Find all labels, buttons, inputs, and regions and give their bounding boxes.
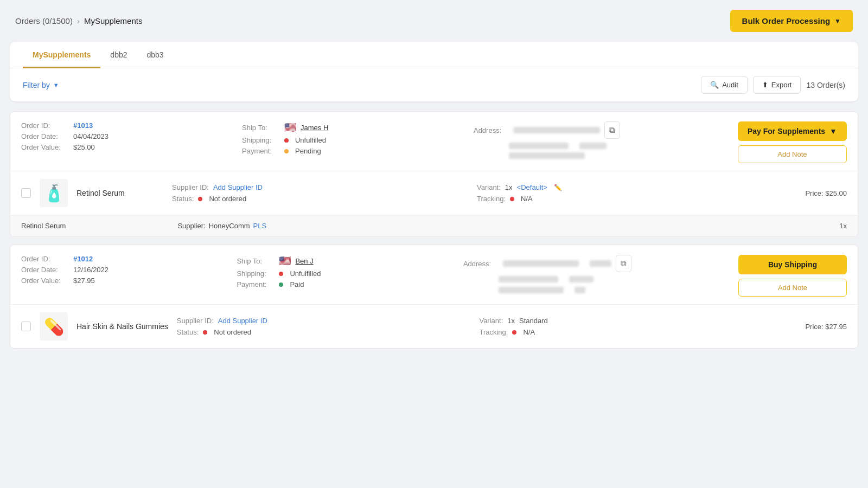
tracking-value-retinol: N/A bbox=[521, 195, 533, 203]
status-label-hairskin: Status: bbox=[177, 328, 199, 336]
tracking-dot-hairskin bbox=[512, 330, 516, 335]
product-details-hairskin: Supplier ID: Add Supplier ID Status: Not… bbox=[177, 317, 471, 336]
price-label-retinol: Price: bbox=[805, 189, 823, 197]
footer-supplier-label-1013: Supplier: bbox=[177, 222, 205, 230]
variant-label-retinol: Variant: bbox=[477, 183, 501, 191]
footer-pls-link-1013[interactable]: PLS bbox=[253, 222, 267, 230]
order-value-1013: $25.00 bbox=[73, 143, 95, 151]
product-image-retinol: 🧴 bbox=[40, 179, 68, 207]
product-emoji-hairskin: 💊 bbox=[44, 317, 64, 336]
supplier-info-1013: Retinol Serum Supplier: HoneyComm PLS bbox=[21, 222, 266, 230]
variant-value-hairskin: Standard bbox=[519, 317, 548, 325]
footer-supplier-name-1013: HoneyComm bbox=[209, 222, 250, 230]
order-meta-1012: Order ID: #1012 Order Date: 12/16/2022 O… bbox=[21, 255, 130, 285]
payment-dot-1013 bbox=[284, 149, 289, 153]
address-section-1013: Address: ⧉ bbox=[474, 121, 626, 159]
copy-address-button-1013[interactable]: ⧉ bbox=[604, 121, 620, 139]
payment-status-1013: Pending bbox=[295, 147, 321, 155]
price-label-hairskin: Price: bbox=[805, 323, 823, 331]
search-icon: 🔍 bbox=[710, 81, 719, 89]
add-note-button-1013[interactable]: Add Note bbox=[738, 145, 847, 163]
supplier-id-label-hairskin: Supplier ID: bbox=[177, 317, 214, 325]
order-id-link-1013[interactable]: #1013 bbox=[73, 121, 93, 130]
order-id-link-1012[interactable]: #1012 bbox=[73, 255, 93, 263]
tabs-bar: MySupplements dbb2 dbb3 bbox=[10, 42, 858, 68]
product-checkbox-retinol[interactable] bbox=[21, 188, 31, 198]
product-status-hairskin: Not ordered bbox=[214, 328, 251, 336]
order-value-label-1013: Order Value: bbox=[21, 143, 70, 151]
product-checkbox-hairskin[interactable] bbox=[21, 322, 31, 331]
add-supplier-id-link-retinol[interactable]: Add Supplier ID bbox=[213, 183, 263, 191]
status-label-retinol: Status: bbox=[172, 195, 194, 203]
order-date-label-1013: Order Date: bbox=[21, 132, 70, 140]
export-icon: ⬆ bbox=[762, 81, 768, 89]
order-date-1013: 04/04/2023 bbox=[73, 132, 108, 140]
filter-bar: Filter by ▼ 🔍 Audit ⬆ Export 13 Order(s) bbox=[10, 68, 858, 101]
variant-qty-retinol: 1x bbox=[505, 183, 513, 191]
address-blur-1012-5 bbox=[499, 287, 564, 293]
price-section-retinol: Price: $25.00 bbox=[782, 189, 847, 197]
address-blur-1012-6 bbox=[575, 287, 585, 293]
copy-address-button-1012[interactable]: ⧉ bbox=[616, 255, 631, 272]
address-label-1013: Address: bbox=[474, 126, 509, 134]
main-card: MySupplements dbb2 dbb3 Filter by ▼ 🔍 Au… bbox=[10, 42, 858, 101]
product-name-retinol: Retinol Serum bbox=[76, 189, 163, 197]
shipping-status-1013: Unfulfilled bbox=[295, 136, 326, 144]
address-blur-1 bbox=[513, 127, 600, 133]
address-blur-1012-2 bbox=[590, 260, 611, 267]
product-image-hairskin: 💊 bbox=[40, 312, 68, 341]
ship-name-1012[interactable]: Ben J bbox=[295, 257, 313, 265]
flag-icon-1012: 🇺🇸 bbox=[279, 255, 291, 267]
pay-for-supplements-button-1013[interactable]: Pay For Supplements ▼ bbox=[738, 121, 847, 141]
order-actions-1013: Pay For Supplements ▼ Add Note bbox=[738, 121, 847, 163]
price-value-hairskin: $27.95 bbox=[825, 323, 847, 331]
payment-dot-1012 bbox=[279, 282, 283, 287]
order-meta-1013: Order ID: #1013 Order Date: 04/04/2023 O… bbox=[21, 121, 130, 151]
product-emoji-retinol: 🧴 bbox=[44, 184, 64, 203]
pay-btn-arrow-icon: ▼ bbox=[829, 127, 837, 136]
order-value-1012: $27.95 bbox=[73, 277, 95, 285]
status-dot-retinol bbox=[198, 197, 202, 201]
address-section-1012: Address: ⧉ bbox=[463, 255, 631, 294]
export-button[interactable]: ⬆ Export bbox=[753, 76, 801, 94]
payment-status-1012: Paid bbox=[290, 280, 304, 288]
add-note-button-1012[interactable]: Add Note bbox=[738, 279, 847, 297]
add-supplier-id-link-hairskin[interactable]: Add Supplier ID bbox=[218, 317, 267, 325]
tab-dbb2[interactable]: dbb2 bbox=[100, 42, 137, 68]
product-row-hairskin: 💊 Hair Skin & Nails Gummies Supplier ID:… bbox=[10, 304, 858, 348]
order-date-1012: 12/16/2022 bbox=[73, 266, 108, 274]
product-footer-1013: Retinol Serum Supplier: HoneyComm PLS 1x bbox=[10, 215, 858, 236]
variant-edit-icon-retinol[interactable]: ✏️ bbox=[554, 184, 562, 191]
filter-by-button[interactable]: Filter by ▼ bbox=[23, 81, 59, 89]
payment-label-1012: Payment: bbox=[237, 280, 275, 288]
filter-actions: 🔍 Audit ⬆ Export 13 Order(s) bbox=[701, 76, 845, 94]
ship-to-label-1013: Ship To: bbox=[242, 124, 280, 132]
tracking-label-hairskin: Tracking: bbox=[479, 328, 508, 336]
ship-section-1012: Ship To: 🇺🇸 Ben J Shipping: Unfulfilled … bbox=[237, 255, 356, 288]
buy-shipping-button-1012[interactable]: Buy Shipping bbox=[738, 255, 847, 274]
tracking-label-retinol: Tracking: bbox=[477, 195, 506, 203]
order-card-1013: Order ID: #1013 Order Date: 04/04/2023 O… bbox=[10, 111, 858, 237]
orders-count: 13 Order(s) bbox=[806, 81, 845, 89]
audit-button[interactable]: 🔍 Audit bbox=[701, 76, 748, 94]
shipping-status-1012: Unfulfilled bbox=[290, 269, 321, 278]
address-blur-2 bbox=[509, 143, 569, 149]
bulk-btn-label: Bulk Order Processing bbox=[742, 16, 831, 25]
tab-mysupplements[interactable]: MySupplements bbox=[23, 42, 100, 68]
order-value-label-1012: Order Value: bbox=[21, 277, 70, 285]
bulk-order-processing-button[interactable]: Bulk Order Processing ▼ bbox=[730, 10, 853, 32]
price-value-retinol: $25.00 bbox=[825, 189, 847, 197]
order-date-label-1012: Order Date: bbox=[21, 266, 70, 274]
product-name-hairskin: Hair Skin & Nails Gummies bbox=[76, 322, 168, 331]
variant-value-retinol[interactable]: <Default> bbox=[517, 183, 547, 191]
tracking-value-hairskin: N/A bbox=[523, 328, 535, 336]
order-header-1013: Order ID: #1013 Order Date: 04/04/2023 O… bbox=[10, 112, 858, 171]
top-bar: Orders (0/1500) › MySupplements Bulk Ord… bbox=[0, 0, 868, 42]
supplier-id-label: Supplier ID: bbox=[172, 183, 209, 191]
product-row-retinol: 🧴 Retinol Serum Supplier ID: Add Supplie… bbox=[10, 171, 858, 215]
tab-dbb3[interactable]: dbb3 bbox=[137, 42, 174, 68]
breadcrumb-current: MySupplements bbox=[84, 16, 143, 25]
address-blur-1012-3 bbox=[499, 276, 558, 282]
ship-name-1013[interactable]: James H bbox=[301, 124, 328, 132]
breadcrumb-parent[interactable]: Orders (0/1500) bbox=[15, 16, 73, 25]
